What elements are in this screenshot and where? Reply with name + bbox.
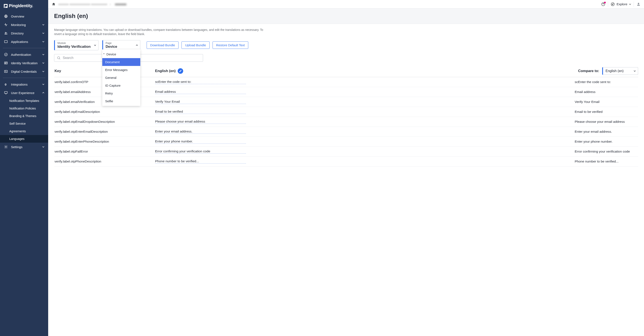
translation-key: verify.label.otpEmailDropdownDescription [54,120,155,124]
chevron-down-icon [634,70,636,72]
sidebar-label: Self Service [9,122,26,125]
translation-value-editable[interactable]: Phone number to be verified... [155,159,575,164]
sidebar-item-self-service[interactable]: Self Service [0,120,48,128]
restore-default-button[interactable]: Restore Default Text [212,42,248,49]
page-body: Manage language string translations. You… [48,24,644,336]
sidebar-label: Monitoring [11,23,26,27]
sidebar-label: Authentication [11,53,31,56]
compare-to-select[interactable]: English (en) [602,67,638,75]
svg-point-10 [6,146,6,148]
page-option[interactable]: Document [102,58,140,66]
download-bundle-button[interactable]: Download Bundle [147,42,179,49]
sidebar-item-user-experience[interactable]: User Experience [0,88,48,97]
table-row: verify.label.otpEmailDescriptionEmail to… [54,107,638,117]
table-row: verify.label.otpFailErrorError confirmin… [54,147,638,156]
translation-key: verify.label.otpFailError [54,150,155,154]
page-option[interactable]: Device [102,50,140,58]
chevron-down-icon [42,83,44,85]
translation-compare-value: Enter your phone number. [575,140,638,144]
module-select-value: Identity Verification [58,44,91,48]
compare-to-value: English (en) [606,69,624,73]
chevron-up-icon [42,92,44,94]
translation-compare-value: Verify Your Email [575,100,638,104]
sidebar-item-digital-credentials[interactable]: Digital Credentials [0,67,48,76]
sidebar-item-agreements[interactable]: Agreements [0,128,48,135]
sidebar-label: Overview [11,14,24,18]
chevron-down-icon [42,24,44,26]
translations-table-body: verify.label.confirmOTPscEnter the code … [54,77,638,166]
table-row: verify.label.otpEmailDropdownDescription… [54,117,638,127]
breadcrumb-redacted: xxxxxxx xxxxxxxxxxxxxx xxxxxxxxxxx › [58,2,112,6]
topbar: xxxxxxx xxxxxxxxxxxxxx xxxxxxxxxxx › xxx… [48,0,644,8]
page-option[interactable]: Error Messages [102,66,140,74]
sidebar-item-identity-verification[interactable]: Identity Verification [0,59,48,67]
translation-compare-value: Email address [575,90,638,94]
table-row: verify.label.otpEnterEmailDescriptionEnt… [54,127,638,137]
translation-value-editable[interactable]: Email address [155,90,575,94]
sidebar-label: Digital Credentials [11,70,37,73]
globe-icon [4,14,8,18]
page-option[interactable]: General [102,74,140,82]
translation-key: verify.label.otpEnterPhoneDescription [54,140,155,144]
sidebar-label: Identity Verification [11,61,38,65]
translation-value-editable[interactable]: Email to be verified [155,110,575,114]
page-option[interactable]: ID Capture [102,82,140,90]
edit-icon[interactable] [178,68,183,74]
sidebar-item-applications[interactable]: Applications [0,38,48,46]
translation-value-editable[interactable]: Enter your email address. [155,130,575,134]
page-option[interactable]: Retry [102,90,140,97]
monitor-icon [4,91,8,95]
sidebar-item-directory[interactable]: Directory [0,29,48,38]
table-row: verify.label.emailAddressEmail addressEm… [54,87,638,97]
sidebar-label: Integrations [11,83,28,86]
chevron-down-icon [42,54,44,56]
translation-value-editable[interactable]: Verify Your Email [155,100,575,104]
chevron-down-icon [42,70,44,72]
sidebar-item-monitoring[interactable]: Monitoring [0,20,48,29]
brand-mark-icon [4,4,8,8]
search-icon [57,56,61,60]
svg-point-3 [6,32,7,33]
compare-to-label: Compare to: [578,69,599,73]
breadcrumb-redacted-current: xxxxxxx [115,2,126,6]
sidebar-item-notification-policies[interactable]: Notification Policies [0,104,48,112]
table-row: verify.label.otpPhoneDescriptionPhone nu… [54,156,638,166]
controls-row: Module Identity Verification Page Device… [54,40,638,50]
notification-dot-icon [604,2,606,4]
translation-value-editable[interactable]: Enter your phone number. [155,140,575,144]
chevron-down-icon [42,146,44,148]
sidebar-item-integrations[interactable]: Integrations [0,80,48,88]
chevron-down-icon [629,3,631,5]
chevron-down-icon [42,40,44,43]
sidebar-item-overview[interactable]: Overview [0,12,48,20]
page-select[interactable]: Page Device [102,40,140,50]
translation-value-editable[interactable]: Error confirming your verification code [155,150,575,154]
translation-compare-value: Enter your email address. [575,130,638,134]
home-icon[interactable] [52,2,56,6]
module-select[interactable]: Module Identity Verification [54,40,98,50]
sidebar-label: Notification Templates [9,99,39,102]
translation-compare-value: scEnter the code sent to: [575,80,638,84]
svg-point-14 [58,57,60,59]
help-icon[interactable] [601,2,605,6]
translation-value-editable[interactable]: scEnter the code sent to: [155,80,575,84]
user-avatar-icon[interactable] [636,2,640,6]
activity-icon [4,22,8,27]
sidebar-item-notification-templates[interactable]: Notification Templates [0,97,48,104]
sidebar-item-settings[interactable]: Settings [0,143,48,151]
sidebar-item-branding-themes[interactable]: Branding & Themes [0,112,48,120]
nav-divider [3,48,45,48]
brand-logo[interactable]: PingIdentity. [0,0,48,12]
explore-menu[interactable]: Explore [610,2,631,6]
nav-divider [3,78,45,78]
translation-compare-value: Error confirming your verification code [575,150,638,154]
translation-value-editable[interactable]: Please choose your email address [155,120,575,124]
sidebar-item-languages[interactable]: Languages [0,135,48,143]
page-header: English (en) [48,8,644,24]
page-option[interactable]: Selfie [102,97,140,105]
sidebar-item-authentication[interactable]: Authentication [0,50,48,59]
table-row: verify.label.confirmOTPscEnter the code … [54,77,638,87]
table-row: verify.label.otpEnterPhoneDescriptionEnt… [54,137,638,147]
upload-bundle-button[interactable]: Upload Bundle [182,42,210,49]
chevron-up-icon [136,44,138,46]
